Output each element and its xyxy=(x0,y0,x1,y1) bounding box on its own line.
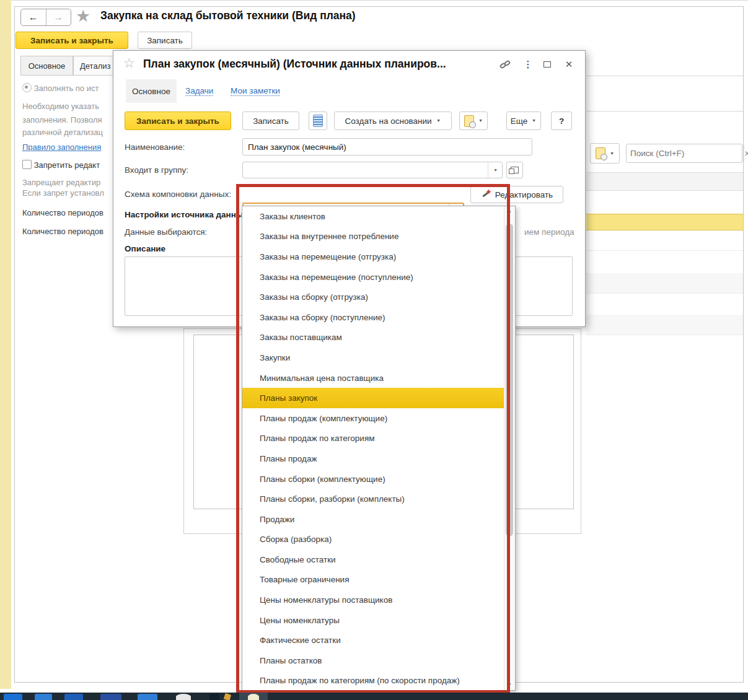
group-field[interactable] xyxy=(242,162,503,178)
fill-rule-link[interactable]: Правило заполнения xyxy=(22,142,101,152)
dropdown-item[interactable]: Заказы клиентов xyxy=(242,206,515,227)
forward-arrow-icon[interactable] xyxy=(46,9,71,25)
close-icon[interactable] xyxy=(563,58,574,71)
dropdown-item[interactable]: Заказы на сборку (поступление) xyxy=(242,307,515,328)
row-separator xyxy=(586,335,743,335)
name-field[interactable]: План закупок (месячный) xyxy=(242,138,532,155)
taskbar-icon[interactable] xyxy=(100,694,121,700)
radio-icon[interactable] xyxy=(22,83,32,92)
open-window-icon xyxy=(511,167,519,173)
taskbar-icon[interactable] xyxy=(209,694,219,700)
dropdown-item[interactable]: Заказы на внутреннее потребление xyxy=(242,227,515,247)
more-menu-icon[interactable] xyxy=(522,58,534,71)
link-icon[interactable] xyxy=(499,58,511,71)
fill-by-source-radio-row[interactable]: Заполнять по ист xyxy=(22,83,99,93)
table-row[interactable] xyxy=(586,273,743,293)
table-row[interactable] xyxy=(586,315,743,335)
create-document-button[interactable] xyxy=(590,143,620,164)
group-dropdown-arrow-icon[interactable] xyxy=(488,162,502,178)
left-accent-strip xyxy=(0,0,11,689)
screen: Закупка на склад бытовой техники (Вид пл… xyxy=(0,0,748,700)
taskbar-icon[interactable] xyxy=(176,694,191,700)
taskbar-icon[interactable] xyxy=(35,694,52,700)
taskbar xyxy=(0,693,748,700)
dropdown-item[interactable]: Планы продаж xyxy=(242,448,515,469)
separator xyxy=(586,111,743,112)
scroll-down-icon[interactable] xyxy=(504,680,515,689)
hint-text: различной детализац xyxy=(22,128,103,137)
tab-detail[interactable]: Детализ xyxy=(73,56,114,76)
dropdown-item[interactable]: Планы сборки (комплектующие) xyxy=(242,469,515,489)
dropdown-item[interactable]: Планы продаж по категориям xyxy=(242,429,515,449)
dropdown-item[interactable]: Планы продаж по категориям (по скорости … xyxy=(242,671,515,691)
taskbar-icon[interactable] xyxy=(64,694,83,700)
dropdown-item[interactable]: Товарные ограничения xyxy=(242,570,515,590)
tab-main[interactable]: Основное xyxy=(20,56,73,76)
dialog-save-button[interactable]: Записать xyxy=(242,112,299,130)
dropdown-item[interactable]: Заказы поставщикам xyxy=(242,328,515,348)
dropdown-item-selected[interactable]: Планы закупок xyxy=(242,388,515,408)
data-source-settings-heading: Настройки источника данных xyxy=(125,210,248,219)
search-input[interactable] xyxy=(627,144,744,162)
more-button[interactable]: Еще xyxy=(506,112,541,130)
table-header-row xyxy=(586,172,743,191)
checkbox-label: Запретить редакт xyxy=(34,160,100,170)
create-based-on-label: Создать на основании xyxy=(345,116,432,126)
dialog-tab-tasks[interactable]: Задачи xyxy=(185,86,213,96)
forbid-edit-checkbox-row[interactable]: Запретить редакт xyxy=(22,160,100,170)
maximize-icon[interactable] xyxy=(543,61,551,68)
list-icon xyxy=(313,115,323,127)
dropdown-item[interactable]: Заказы на перемещение (отгрузка) xyxy=(242,247,515,267)
row-separator xyxy=(586,250,743,251)
edit-button[interactable]: Редактировать xyxy=(470,186,563,203)
hint-text: заполнения. Позволя xyxy=(22,115,102,125)
help-button[interactable]: ? xyxy=(551,112,572,130)
taskbar-icon[interactable] xyxy=(248,694,259,700)
checkbox-icon[interactable] xyxy=(22,160,32,169)
dropdown-item[interactable]: Продажи xyxy=(242,509,515,530)
dialog-tab-main[interactable]: Основное xyxy=(126,79,177,103)
save-button[interactable]: Записать xyxy=(138,32,192,49)
dropdown-item[interactable]: Закупки xyxy=(242,348,515,368)
search-box xyxy=(626,144,742,163)
schema-label: Схема компоновки данных: xyxy=(125,190,231,199)
dropdown-scrollbar[interactable] xyxy=(504,206,515,690)
dropdown-item[interactable]: Цены номенклатуры поставщиков xyxy=(242,590,515,610)
top-border xyxy=(0,0,748,1)
dialog-tab-notes[interactable]: Мои заметки xyxy=(231,86,280,96)
periods-label: Количество периодов xyxy=(22,208,103,217)
dropdown-item[interactable]: Минимальная цена поставщика xyxy=(242,368,515,388)
left-pane: Заполнять по ист Необходимо указать запо… xyxy=(22,78,114,475)
favorite-star-outline-icon[interactable] xyxy=(123,56,135,71)
dropdown-item[interactable]: Планы продаж (комплектующие) xyxy=(242,408,515,429)
save-and-close-button[interactable]: Записать и закрыть xyxy=(15,32,128,49)
group-open-button[interactable] xyxy=(506,162,523,178)
dialog-document-button[interactable] xyxy=(459,112,488,130)
chevron-down-icon xyxy=(531,118,537,124)
favorite-star-icon[interactable] xyxy=(76,6,90,26)
dropdown-item[interactable]: Планы остатков xyxy=(242,650,515,671)
scrollbar-thumb[interactable] xyxy=(506,224,513,536)
search-clear-icon[interactable] xyxy=(744,144,748,162)
dropdown-item[interactable]: Цены номенклатуры xyxy=(242,610,515,631)
taskbar-icon[interactable] xyxy=(4,694,22,700)
dropdown-item[interactable]: Заказы на перемещение (поступление) xyxy=(242,267,515,287)
dialog-save-and-close-button[interactable]: Записать и закрыть xyxy=(125,112,231,130)
create-based-on-button[interactable]: Создать на основании xyxy=(334,112,452,130)
dropdown-item[interactable]: Заказы на сборку (отгрузка) xyxy=(242,287,515,307)
dropdown-item[interactable]: Фактические остатки xyxy=(242,630,515,650)
document-clock-icon xyxy=(596,147,605,159)
taskbar-icon[interactable] xyxy=(224,693,232,700)
back-arrow-icon[interactable] xyxy=(21,9,46,25)
nav-button-group xyxy=(20,9,71,26)
page-title: Закупка на склад бытовой техники (Вид пл… xyxy=(100,9,356,22)
chevron-down-icon xyxy=(609,151,615,157)
taskbar-icon[interactable] xyxy=(138,694,157,700)
dropdown-item[interactable]: Планы сборки, разборки (комплекты) xyxy=(242,489,515,509)
hint-text: Запрещает редактир xyxy=(22,178,100,187)
scroll-up-icon[interactable] xyxy=(504,206,515,216)
highlighted-table-row[interactable] xyxy=(586,214,743,230)
dropdown-item[interactable]: Сборка (разборка) xyxy=(242,530,515,550)
list-icon-button[interactable] xyxy=(309,112,327,130)
dropdown-item[interactable]: Свободные остатки xyxy=(242,549,515,570)
